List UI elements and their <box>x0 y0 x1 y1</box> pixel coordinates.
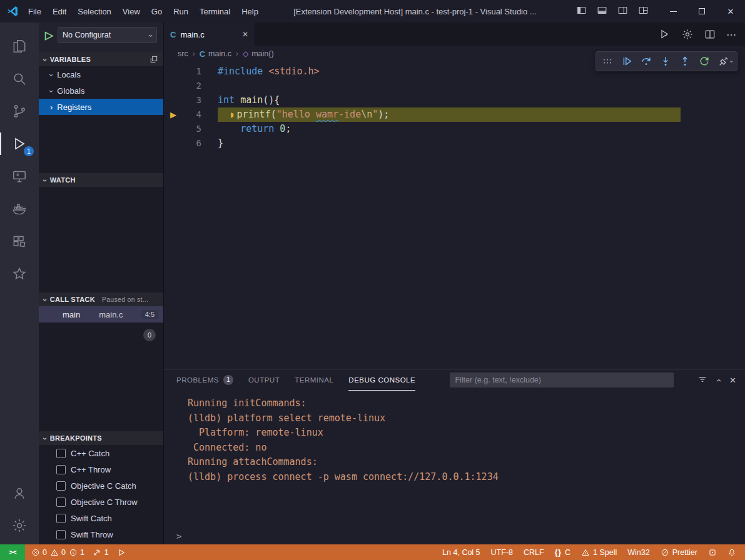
code-editor[interactable]: 1#include <stdio.h>23int main(){▶4 ◗prin… <box>164 61 745 369</box>
section-callstack-header[interactable]: › CALL STACK Paused on st... <box>39 292 163 306</box>
start-debug-button[interactable]: ▷ <box>45 30 53 41</box>
section-breakpoints-header[interactable]: › BREAKPOINTS <box>39 431 163 445</box>
code-line-4[interactable]: ▶4 ◗printf("hello wamr-ide\n"); <box>164 108 745 122</box>
panel-tab-terminal[interactable]: TERMINAL <box>295 369 333 391</box>
debug-console-input[interactable]: > <box>164 528 745 544</box>
breakpoint-row[interactable]: C++ Catch <box>39 445 163 461</box>
continue-button[interactable] <box>621 55 633 68</box>
formatter-status[interactable]: Prettier <box>661 548 697 557</box>
variables-item-locals[interactable]: ›Locals <box>39 66 163 82</box>
more-actions-icon[interactable]: ⋯ <box>726 29 736 41</box>
remote-indicator[interactable]: >< <box>0 544 25 560</box>
restart-button[interactable] <box>698 55 711 68</box>
code-line-6[interactable]: 6} <box>164 136 745 151</box>
problems-status[interactable]: 0 0 1 <box>31 548 84 557</box>
breakpoint-checkbox[interactable] <box>56 530 66 539</box>
code-line-3[interactable]: 3int main(){ <box>164 93 745 108</box>
menu-help[interactable]: Help <box>236 4 264 19</box>
variables-item-globals[interactable]: ›Globals <box>39 82 163 99</box>
tunnel-icon[interactable] <box>708 548 717 557</box>
account-icon[interactable] <box>0 477 39 509</box>
breakpoint-row[interactable]: Objective C Catch <box>39 478 163 494</box>
code-line-2[interactable]: 2 <box>164 79 745 93</box>
panel-tab-output[interactable]: OUTPUT <box>248 369 280 391</box>
run-or-debug-button[interactable] <box>659 28 671 41</box>
eol-sequence[interactable]: CRLF <box>524 548 544 557</box>
debug-config-dropdown[interactable]: No Configurat › <box>58 27 157 43</box>
menu-view[interactable]: View <box>117 4 146 19</box>
step-over-button[interactable] <box>640 55 652 68</box>
gutter-glyph[interactable] <box>164 79 183 93</box>
close-button[interactable]: ✕ <box>716 0 745 22</box>
stack-frame-row[interactable]: main main.c 4:5 <box>39 306 163 322</box>
split-editor-icon[interactable] <box>704 28 716 41</box>
extensions-icon[interactable] <box>0 225 39 258</box>
docker-icon[interactable] <box>0 192 39 225</box>
breakpoint-row[interactable]: Swift Throw <box>39 526 163 542</box>
toggle-panel-icon[interactable] <box>597 5 607 18</box>
encoding[interactable]: UTF-8 <box>491 548 513 557</box>
explorer-icon[interactable] <box>0 30 39 62</box>
breakpoint-checkbox[interactable] <box>56 514 66 523</box>
panel-tab-debug-console[interactable]: DEBUG CONSOLE <box>348 369 415 391</box>
menu-edit[interactable]: Edit <box>47 4 72 19</box>
toggle-sidebar-icon[interactable] <box>576 5 587 18</box>
step-into-button[interactable] <box>659 55 672 68</box>
breakpoint-row[interactable]: Swift Catch <box>39 510 163 526</box>
maximize-panel-icon[interactable]: › <box>714 379 722 382</box>
customize-layout-icon[interactable] <box>638 5 649 18</box>
menu-selection[interactable]: Selection <box>72 4 116 19</box>
remote-explorer-icon[interactable] <box>0 160 39 192</box>
close-panel-icon[interactable]: ✕ <box>729 376 736 385</box>
tab-close-icon[interactable]: ✕ <box>242 30 248 39</box>
menu-file[interactable]: File <box>23 4 47 19</box>
section-variables-header[interactable]: › VARIABLES <box>39 52 163 66</box>
debug-console-output[interactable]: Running initCommands:(lldb) platform sel… <box>164 391 745 528</box>
star-icon[interactable] <box>0 258 39 290</box>
breakpoint-row[interactable]: Objective C Throw <box>39 494 163 510</box>
maximize-button[interactable] <box>687 0 716 22</box>
drag-handle-icon[interactable] <box>601 55 614 68</box>
breakpoint-checkbox[interactable] <box>56 498 66 507</box>
gutter-glyph[interactable] <box>164 93 183 108</box>
run-status-button[interactable] <box>117 548 126 557</box>
breakpoint-row[interactable]: C++ Throw <box>39 461 163 478</box>
menu-terminal[interactable]: Terminal <box>194 4 236 19</box>
panel-tab-problems[interactable]: PROBLEMS1 <box>176 369 233 391</box>
toolchain-status[interactable]: 1 <box>93 548 109 557</box>
run-debug-icon[interactable]: 1 <box>0 128 39 160</box>
current-line-arrow-icon[interactable]: ▶ <box>164 108 183 122</box>
breadcrumb-file[interactable]: Cmain.c <box>200 49 231 59</box>
breakpoint-checkbox[interactable] <box>56 449 66 458</box>
settings-gear-icon[interactable] <box>0 509 39 542</box>
gutter-glyph[interactable] <box>164 64 183 79</box>
platform-target[interactable]: Win32 <box>627 548 649 557</box>
spell-checker-status[interactable]: 1 Spell <box>581 548 617 557</box>
collapse-all-icon[interactable] <box>150 55 158 64</box>
console-filter-input[interactable] <box>450 372 674 388</box>
filter-icon[interactable] <box>697 374 707 386</box>
tab-main-c[interactable]: C main.c ✕ <box>164 22 255 46</box>
chevron-right-icon: › <box>236 50 238 58</box>
toggle-secondary-sidebar-icon[interactable] <box>617 5 628 18</box>
search-icon[interactable] <box>0 62 39 95</box>
disconnect-button[interactable]: › <box>717 55 732 68</box>
menu-go[interactable]: Go <box>146 4 168 19</box>
gutter-glyph[interactable] <box>164 122 183 136</box>
breadcrumb-symbol[interactable]: ◇main() <box>243 49 274 58</box>
section-watch-header[interactable]: › WATCH <box>39 173 163 187</box>
gear-icon[interactable] <box>681 28 694 41</box>
code-line-5[interactable]: 5 return 0; <box>164 122 745 136</box>
cursor-position[interactable]: Ln 4, Col 5 <box>442 548 480 557</box>
notifications-bell-icon[interactable] <box>727 548 736 557</box>
breakpoint-checkbox[interactable] <box>56 465 66 474</box>
gutter-glyph[interactable] <box>164 136 183 151</box>
menu-run[interactable]: Run <box>168 4 194 19</box>
source-control-icon[interactable] <box>0 95 39 128</box>
language-mode[interactable]: {} C <box>555 548 570 557</box>
variables-item-registers[interactable]: ›Registers <box>39 99 163 115</box>
breakpoint-checkbox[interactable] <box>56 481 66 491</box>
minimize-button[interactable] <box>659 0 687 22</box>
breadcrumb-src[interactable]: src <box>178 49 188 58</box>
step-out-button[interactable] <box>679 55 691 68</box>
